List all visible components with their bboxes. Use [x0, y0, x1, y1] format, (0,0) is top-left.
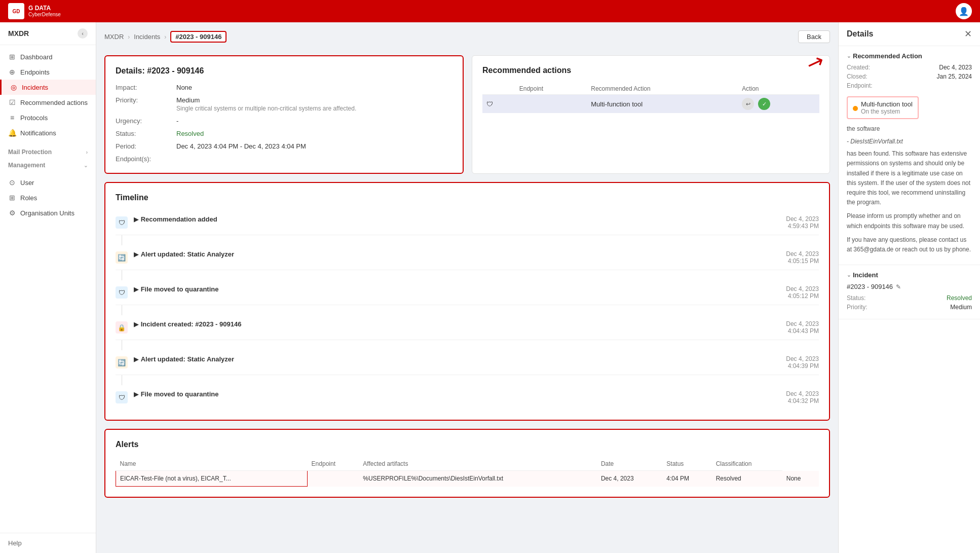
- rp-status-row: Status: Resolved: [847, 294, 972, 302]
- sidebar-item-notifications[interactable]: 🔔 Notifications: [0, 125, 96, 140]
- breadcrumb-mxdr[interactable]: MXDR: [104, 33, 124, 41]
- rp-created-label: Created:: [847, 64, 870, 71]
- alert-col-artifacts: Affected artifacts: [359, 457, 597, 471]
- rp-tool-info: Multi-function tool On the system: [861, 100, 913, 115]
- sidebar-item-recommended[interactable]: ☑ Recommended actions: [0, 95, 96, 110]
- recommended-card-title: Recommended actions: [482, 66, 819, 75]
- sidebar-nav: ⊞ Dashboard ⊕ Endpoints ◎ Incidents ☑ Re…: [0, 45, 96, 144]
- alert-row-name: EICAR-Test-File (not a virus), EICAR_T..…: [116, 471, 308, 487]
- alerts-title: Alerts: [116, 440, 819, 449]
- management-chevron: ⌄: [84, 163, 88, 168]
- timeline-title: Timeline: [116, 193, 819, 202]
- recommended-icon: ☑: [8, 98, 16, 106]
- timeline-content-5: ▶ File moved to quarantine: [134, 390, 780, 398]
- endpoints-label: Endpoint(s):: [116, 155, 176, 163]
- timeline-text-2: ▶ File moved to quarantine: [134, 285, 780, 293]
- alert-col-status: Status: [662, 457, 711, 471]
- sidebar-item-user[interactable]: ⊙ User: [0, 175, 96, 190]
- rp-desc2: has been found. This software has extens…: [847, 149, 972, 207]
- priority-block: Medium Single critical systems or multip…: [176, 96, 453, 112]
- management-section[interactable]: Management ⌄: [0, 158, 96, 171]
- rp-desc1: the software: [847, 124, 972, 134]
- sidebar-user-label: User: [20, 179, 34, 187]
- user-avatar[interactable]: 👤: [956, 3, 972, 19]
- recommended-card: Recommended actions ↗ Endpoint Recommend…: [472, 55, 830, 174]
- alert-col-name: Name: [116, 457, 308, 471]
- timeline-date-1: Dec 4, 2023 4:05:15 PM: [786, 250, 819, 265]
- timeline-date-5: Dec 4, 2023 4:04:32 PM: [786, 390, 819, 404]
- sidebar-item-incidents[interactable]: ◎ Incidents: [0, 80, 96, 95]
- timeline-content-4: ▶ Alert updated: Static Analyzer: [134, 355, 780, 363]
- sidebar-org-label: Organisation Units: [20, 209, 74, 217]
- right-panel-close-btn[interactable]: ✕: [964, 28, 972, 40]
- breadcrumb-current: #2023 - 909146: [170, 31, 227, 43]
- rp-incident-title[interactable]: ⌄ Incident: [847, 271, 972, 279]
- alert-table-row: EICAR-Test-File (not a virus), EICAR_T..…: [116, 471, 819, 487]
- status-label: Status:: [116, 130, 176, 137]
- breadcrumb-sep1: ›: [128, 33, 130, 41]
- sidebar-title: MXDR: [8, 29, 29, 38]
- timeline-card: Timeline 🛡 ▶ Recommendation added Dec 4,…: [104, 182, 830, 421]
- right-panel-title: Details: [847, 29, 873, 39]
- right-panel-header: Details ✕: [839, 22, 980, 46]
- sidebar: MXDR ‹ ⊞ Dashboard ⊕ Endpoints ◎ Inciden…: [0, 22, 96, 553]
- mail-protection-section[interactable]: Mail Protection ›: [0, 144, 96, 158]
- timeline-date-2: Dec 4, 2023 4:05:12 PM: [786, 285, 819, 300]
- rp-status-value: Resolved: [947, 294, 972, 302]
- timeline-icon-4: 🔄: [116, 356, 128, 368]
- logo-text: G DATA CyberDefense: [28, 5, 61, 18]
- timeline-date-0: Dec 4, 2023 4:59:43 PM: [786, 215, 819, 230]
- alert-col-date: Date: [597, 457, 662, 471]
- alert-row-classification: None: [782, 471, 819, 487]
- details-card: Details: #2023 - 909146 Impact: None Pri…: [104, 55, 464, 174]
- incidents-icon: ◎: [10, 83, 18, 91]
- timeline-text-0: ▶ Recommendation added: [134, 215, 780, 223]
- endpoints-value: [176, 155, 453, 163]
- period-value: Dec 4, 2023 4:04 PM - Dec 4, 2023 4:04 P…: [176, 142, 453, 150]
- rp-desc3: Please inform us promptly whether and on…: [847, 211, 972, 231]
- help-link[interactable]: Help: [0, 533, 96, 553]
- timeline-content-1: ▶ Alert updated: Static Analyzer: [134, 250, 780, 258]
- timeline-item-3: 🔒 ▶ Incident created: #2023 - 909146 Dec…: [116, 315, 819, 340]
- rec-row-btns: ↩ ✓: [738, 95, 819, 114]
- endpoints-icon: ⊕: [8, 68, 16, 76]
- action-buttons: ↩ ✓: [742, 98, 815, 110]
- timeline-connector-0: [122, 235, 122, 245]
- rec-action-undo-btn[interactable]: ↩: [742, 98, 754, 110]
- sidebar-item-protocols[interactable]: ≡ Protocols: [0, 110, 96, 125]
- sidebar-item-endpoints[interactable]: ⊕ Endpoints: [0, 64, 96, 80]
- alerts-card: Alerts Name Endpoint Affected artifacts …: [104, 429, 830, 498]
- notifications-icon: 🔔: [8, 129, 16, 137]
- rp-incident-edit-icon[interactable]: ✎: [896, 283, 901, 290]
- period-label: Period:: [116, 142, 176, 150]
- sidebar-dashboard-label: Dashboard: [20, 53, 53, 61]
- rp-recommended-title[interactable]: ⌄ Recommended Action: [847, 52, 972, 60]
- back-button[interactable]: Back: [798, 30, 830, 43]
- rp-desc4: If you have any questions, please contac…: [847, 235, 972, 254]
- sidebar-item-org-units[interactable]: ⚙ Organisation Units: [0, 205, 96, 220]
- sidebar-recommended-label: Recommended actions: [20, 99, 88, 106]
- details-grid: Impact: None Priority: Medium Single cri…: [116, 84, 453, 163]
- timeline-item-5: 🛡 ▶ File moved to quarantine Dec 4, 2023…: [116, 385, 819, 410]
- rp-created-row: Created: Dec 4, 2023: [847, 64, 972, 71]
- timeline-text-3: ▶ Incident created: #2023 - 909146: [134, 320, 780, 328]
- rec-table-row: 🛡 Multi-function tool ↩ ✓: [482, 95, 819, 114]
- rp-tool-sub: On the system: [861, 108, 913, 115]
- urgency-label: Urgency:: [116, 117, 176, 125]
- rec-row-action: Multi-function tool: [587, 95, 738, 114]
- rp-priority-row: Priority: Medium: [847, 304, 972, 311]
- timeline-list: 🛡 ▶ Recommendation added Dec 4, 2023 4:5…: [116, 210, 819, 410]
- rp-recommended-chevron: ⌄: [847, 53, 851, 59]
- rp-tool-name: Multi-function tool: [861, 100, 913, 108]
- rp-recommended-label: Recommended Action: [853, 52, 922, 60]
- sidebar-collapse-btn[interactable]: ‹: [78, 28, 88, 39]
- protocols-icon: ≡: [8, 114, 16, 122]
- breadcrumb-incidents[interactable]: Incidents: [134, 33, 160, 41]
- sidebar-item-roles[interactable]: ⊞ Roles: [0, 190, 96, 205]
- sidebar-item-dashboard[interactable]: ⊞ Dashboard: [0, 49, 96, 64]
- user-icon: ⊙: [8, 178, 16, 187]
- sidebar-header: MXDR ‹: [0, 22, 96, 45]
- sidebar-roles-label: Roles: [20, 194, 37, 202]
- timeline-connector-2: [122, 305, 122, 315]
- rec-action-confirm-btn[interactable]: ✓: [758, 98, 770, 110]
